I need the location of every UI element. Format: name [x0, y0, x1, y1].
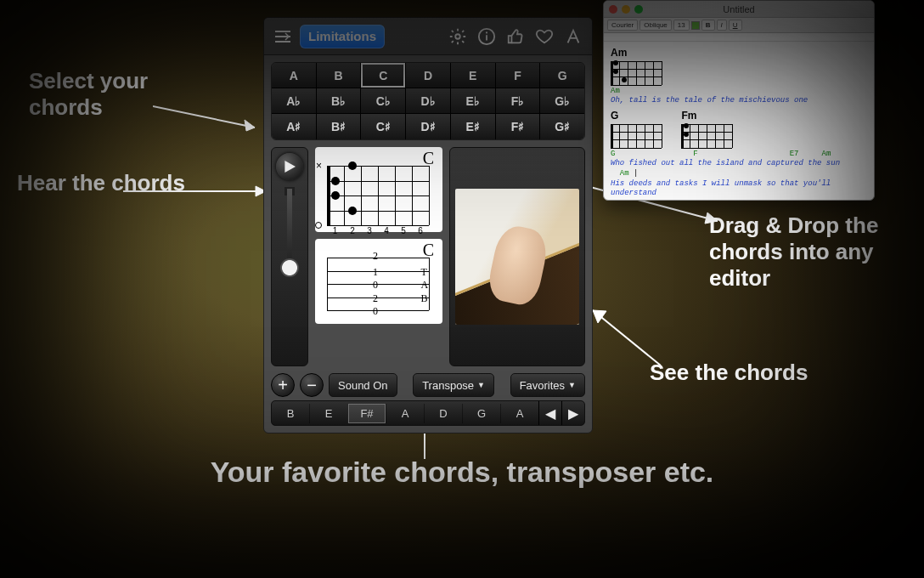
chord-cell-Dflat[interactable]: D♭ [406, 88, 451, 114]
tuning-note-B[interactable]: B [272, 404, 309, 423]
font-size-select[interactable]: 13 [673, 20, 690, 31]
chord-diagrams-column: C × [315, 147, 442, 366]
chord-cell-Fflat[interactable]: F♭ [496, 88, 541, 114]
chord-photo[interactable] [455, 189, 579, 325]
settings-gear-icon[interactable] [446, 25, 470, 48]
info-icon[interactable] [475, 25, 499, 48]
chord-photo-panel [449, 147, 585, 366]
chord-cell-Aflat[interactable]: A♭ [272, 88, 317, 114]
chord-cell-B[interactable]: B [317, 63, 362, 88]
heart-icon[interactable] [532, 25, 556, 48]
tuning-prev-icon[interactable]: ◀ [539, 405, 561, 422]
limitations-button[interactable]: Limitations [300, 25, 385, 48]
svg-marker-1 [245, 120, 255, 131]
editor-toolbar: Courier Oblique 13 B I U [604, 18, 874, 33]
editor-titlebar: Untitled [604, 1, 874, 18]
tuning-next-icon[interactable]: ▶ [562, 405, 584, 422]
tuning-note-D[interactable]: D [424, 404, 462, 423]
chord-cell-A[interactable]: A [272, 63, 317, 88]
editor-ruler [604, 33, 874, 42]
chord-cell-Cflat[interactable]: C♭ [361, 88, 406, 114]
instrument-banjo-icon [280, 189, 299, 299]
sound-toggle[interactable]: Sound On [329, 373, 397, 397]
chord-cell-Esharp[interactable]: E♯ [451, 114, 496, 139]
svg-point-13 [455, 34, 460, 39]
text-editor-window: Untitled Courier Oblique 13 B I U Am Am … [603, 0, 875, 201]
callout-see-chords: See the chords [650, 360, 904, 386]
chord-cell-Dsharp[interactable]: D♯ [406, 114, 451, 139]
tuning-note-E[interactable]: E [309, 404, 347, 423]
callout-drag-drop: Drag & Drop the chords into any editor [709, 212, 904, 292]
svg-rect-17 [509, 36, 512, 42]
add-button[interactable]: + [271, 373, 295, 397]
play-column [271, 147, 308, 366]
bold-button[interactable]: B [701, 20, 715, 31]
svg-marker-18 [285, 161, 296, 173]
mini-chord-g: G [611, 110, 662, 148]
chord-cell-Gsharp[interactable]: G♯ [540, 114, 584, 139]
chord-cell-F[interactable]: F [496, 63, 541, 88]
callout-hear-chords: Hear the chords [17, 170, 187, 196]
transpose-button[interactable]: Transpose ▼ [413, 373, 494, 397]
chord-cell-Bflat[interactable]: B♭ [317, 88, 362, 114]
thumbs-up-icon[interactable] [504, 25, 527, 48]
chord-cell-Gflat[interactable]: G♭ [540, 88, 584, 114]
underline-button[interactable]: U [729, 20, 742, 31]
remove-button[interactable]: − [300, 373, 324, 397]
chord-app-window: Limitations [263, 17, 593, 434]
font-style-select[interactable]: Oblique [639, 20, 672, 31]
tuning-note-Fsharp[interactable]: F# [347, 404, 386, 423]
chord-cell-Fsharp[interactable]: F♯ [496, 114, 541, 139]
callout-select-chords: Select your chords [29, 68, 199, 121]
tuning-note-A[interactable]: A [500, 404, 538, 423]
font-a-icon[interactable] [561, 25, 585, 48]
font-select[interactable]: Courier [607, 20, 638, 31]
bottom-panel: + − Sound On Transpose ▼ Favorites ▼ BEF… [271, 373, 585, 426]
favorites-button[interactable]: Favorites ▼ [510, 373, 585, 397]
mini-chord-fm: Fm [681, 110, 732, 148]
chord-cell-Bsharp[interactable]: B♯ [317, 114, 362, 139]
callout-bottom: Your favorite chords, transposer etc. [0, 455, 924, 490]
tuning-note-G[interactable]: G [462, 404, 500, 423]
chord-cell-C[interactable]: C [361, 63, 406, 88]
chord-fretboard-diagram[interactable]: C × [315, 147, 442, 232]
chord-cell-D[interactable]: D [406, 63, 451, 88]
chord-cell-Csharp[interactable]: C♯ [361, 114, 406, 139]
chord-cell-Asharp[interactable]: A♯ [272, 114, 317, 139]
chevron-down-icon: ▼ [568, 381, 576, 389]
svg-line-6 [593, 310, 661, 366]
top-toolbar: Limitations [264, 18, 592, 55]
chevron-down-icon: ▼ [477, 381, 485, 389]
chord-tab-diagram[interactable]: C 2 1 0 2 0 T A B [315, 239, 442, 324]
tuning-bar: BEF#ADGA◀▶ [271, 400, 585, 426]
tuning-note-A[interactable]: A [386, 404, 424, 423]
svg-marker-7 [593, 310, 606, 323]
chord-cell-Eflat[interactable]: E♭ [451, 88, 496, 114]
italic-button[interactable]: I [717, 20, 727, 31]
editor-title: Untitled [604, 4, 874, 14]
editor-body[interactable]: Am Am Oh, tall is the tale of the mischi… [604, 42, 874, 201]
color-swatch-green[interactable] [691, 21, 700, 30]
middle-panel: C × [271, 147, 585, 366]
chord-selection-grid: ABCDEFGA♭B♭C♭D♭E♭F♭G♭A♯B♯C♯D♯E♯F♯G♯ [271, 62, 585, 140]
play-button[interactable] [276, 153, 303, 180]
chord-cell-E[interactable]: E [451, 63, 496, 88]
chord-cell-G[interactable]: G [540, 63, 584, 88]
mini-chord-am: Am [611, 47, 662, 85]
svg-point-16 [486, 31, 487, 33]
menu-icon[interactable] [271, 25, 295, 48]
